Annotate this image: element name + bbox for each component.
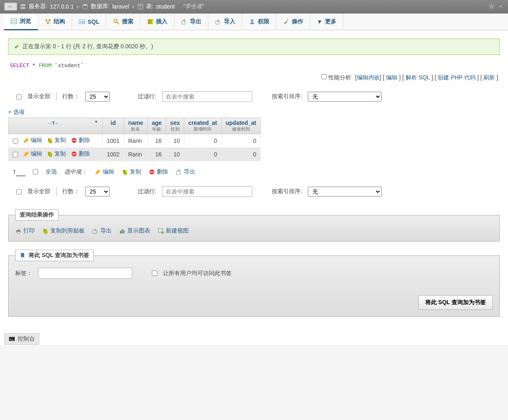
insert-icon xyxy=(147,18,154,25)
query-links: 性能分析 [编辑内嵌] [ 编辑 ] [ 解析 SQL ] [ 创建 PHP 代… xyxy=(8,72,500,87)
check-all-link[interactable]: 全选 xyxy=(45,168,57,176)
svg-rect-0 xyxy=(20,4,25,6)
refresh-link[interactable]: 刷新 xyxy=(483,74,495,81)
cell-age: 16 xyxy=(147,134,166,148)
view-link[interactable]: 新建视图 xyxy=(158,227,189,235)
back-button[interactable]: ← xyxy=(4,2,17,11)
explain-link[interactable]: 解析 SQL xyxy=(406,74,430,81)
tab-browse[interactable]: 浏览 xyxy=(4,14,38,30)
server-icon xyxy=(20,3,26,10)
operations-icon xyxy=(283,18,289,25)
export-link[interactable]: 导出 xyxy=(92,227,112,235)
row-checkbox[interactable] xyxy=(13,138,18,144)
tab-export[interactable]: 导出 xyxy=(174,14,208,30)
sort-select-2[interactable]: 无 xyxy=(308,187,382,196)
tabs-bar: 浏览 结构 SQL SQL 搜索 插入 导出 导入 权限 操作 ▼ 更多 xyxy=(0,14,508,30)
tab-import[interactable]: 导入 xyxy=(208,14,242,30)
tab-search[interactable]: 搜索 xyxy=(106,14,140,30)
bulk-actions: ↑__ 全选 选中项： 编辑 复制 删除 导出 xyxy=(8,161,500,182)
sql-query-display: SELECT * FROM `student` xyxy=(8,59,500,72)
arrow-up-icon: ↑__ xyxy=(12,167,25,176)
col-id: id xyxy=(103,118,124,134)
rows-select[interactable]: 25 xyxy=(85,92,110,102)
clipboard-link[interactable]: 复制到剪贴板 xyxy=(42,227,85,235)
bookmark-legend: 将此 SQL 查询加为书签 xyxy=(15,250,94,261)
svg-rect-24 xyxy=(49,140,52,143)
show-all-label: 显示全部 xyxy=(27,93,50,100)
options-toggle[interactable]: + 选项 xyxy=(8,106,500,117)
chart-icon xyxy=(119,228,126,234)
show-all-checkbox-2[interactable] xyxy=(16,189,22,194)
col-name: name姓名 xyxy=(124,118,148,134)
bulk-copy[interactable]: 复制 xyxy=(122,168,141,176)
filter-input[interactable] xyxy=(162,91,252,102)
row-delete[interactable]: 删除 xyxy=(71,137,90,144)
table-label: 表: xyxy=(146,3,154,10)
svg-rect-17 xyxy=(148,19,150,24)
tab-more[interactable]: ▼ 更多 xyxy=(310,14,343,30)
view-icon xyxy=(158,228,164,234)
table-row: 编辑 复制 删除 1002 Rarin 16 10 0 0 xyxy=(9,148,261,161)
console-toggle[interactable]: 控制台 xyxy=(4,333,39,345)
bulk-export[interactable]: 导出 xyxy=(176,168,195,176)
bookmark-button[interactable]: 将此 SQL 查询加为书签 xyxy=(418,295,493,310)
data-table: →T←▼ id name姓名 age年龄 sex性别 created_at新增时… xyxy=(8,117,261,161)
bookmark-input[interactable] xyxy=(38,268,132,279)
pencil-icon xyxy=(95,169,101,175)
tab-structure[interactable]: 结构 xyxy=(38,14,72,30)
svg-rect-37 xyxy=(17,228,20,230)
tab-operations[interactable]: 操作 xyxy=(276,14,310,30)
check-icon: ✔ xyxy=(14,43,19,50)
bookmark-share-checkbox[interactable] xyxy=(152,271,157,276)
cell-updated: 0 xyxy=(221,134,261,148)
svg-point-46 xyxy=(161,231,164,234)
copy-icon xyxy=(47,151,53,157)
server-link[interactable]: 127.0.0.1 xyxy=(50,3,74,10)
row-checkbox[interactable] xyxy=(13,152,18,157)
check-all-checkbox[interactable] xyxy=(33,169,38,174)
php-link[interactable]: 创建 PHP 代码 xyxy=(438,74,475,81)
tab-insert[interactable]: 插入 xyxy=(140,14,174,30)
bookmark-share-label: 让所有用户均可访问此书签 xyxy=(163,270,232,277)
row-copy[interactable]: 复制 xyxy=(47,150,66,158)
edit-inline-link[interactable]: 编辑内嵌 xyxy=(357,74,380,81)
show-all-checkbox[interactable] xyxy=(16,94,22,99)
gear-icon[interactable] xyxy=(488,3,495,10)
svg-rect-34 xyxy=(150,172,154,172)
row-delete[interactable]: 删除 xyxy=(71,150,90,158)
row-edit[interactable]: 编辑 xyxy=(23,137,42,144)
rows-select-2[interactable]: 25 xyxy=(85,187,110,196)
svg-rect-10 xyxy=(45,19,47,21)
structure-icon xyxy=(45,18,51,25)
edit-link[interactable]: 编辑 xyxy=(386,74,397,81)
filter-label: 过滤行: xyxy=(138,93,156,100)
svg-rect-26 xyxy=(72,140,76,141)
bookmark-icon xyxy=(20,252,26,259)
filter-input-2[interactable] xyxy=(162,186,252,197)
console-icon xyxy=(9,336,15,342)
sort-select[interactable]: 无 xyxy=(308,92,382,102)
table-link[interactable]: student xyxy=(156,3,175,10)
controls-top: 显示全部 行数： 25 过滤行: 按索引排序: 无 xyxy=(8,87,500,106)
chevron-down-icon[interactable]: ▼ xyxy=(94,120,98,124)
breadcrumb-bar: ← 服务器: 127.0.0.1 » 数据库: laravel » 表: stu… xyxy=(0,0,508,14)
profiling-checkbox[interactable] xyxy=(321,74,327,79)
row-copy[interactable]: 复制 xyxy=(47,137,66,144)
chart-link[interactable]: 显示图表 xyxy=(119,227,150,235)
svg-rect-44 xyxy=(123,230,124,233)
tab-privileges[interactable]: 权限 xyxy=(242,14,276,30)
cell-name: Rarin xyxy=(124,134,148,148)
cell-sex: 10 xyxy=(166,148,184,161)
db-link[interactable]: laravel xyxy=(112,3,129,10)
bulk-delete[interactable]: 删除 xyxy=(149,168,168,176)
import-icon xyxy=(215,18,221,25)
svg-rect-19 xyxy=(182,21,185,24)
bulk-edit[interactable]: 编辑 xyxy=(95,168,114,176)
svg-rect-22 xyxy=(287,19,288,20)
browse-icon xyxy=(11,18,17,25)
print-link[interactable]: 打印 xyxy=(15,227,35,235)
collapse-icon[interactable] xyxy=(497,3,504,10)
db-label: 数据库: xyxy=(91,3,110,10)
row-edit[interactable]: 编辑 xyxy=(23,150,42,158)
tab-sql[interactable]: SQL SQL xyxy=(72,14,106,30)
